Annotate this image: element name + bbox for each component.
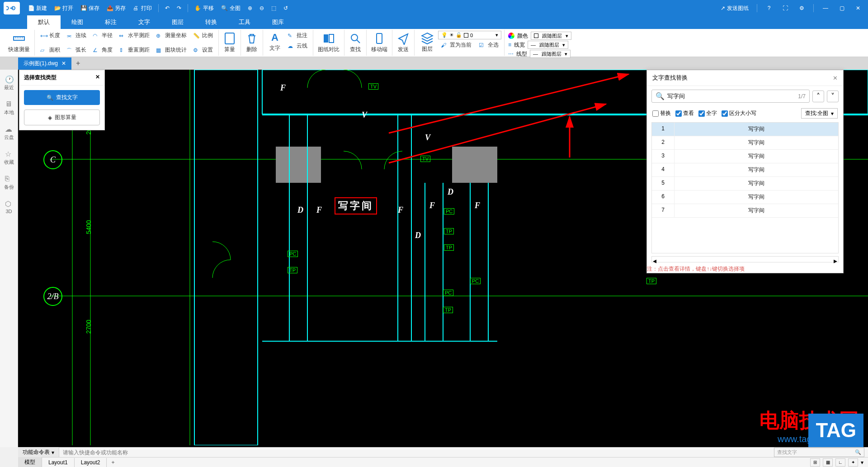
- arc-button[interactable]: ⌒弧长: [64, 45, 89, 55]
- fullscreen-button[interactable]: ⛶: [779, 2, 792, 14]
- replace-checkbox[interactable]: 替换: [652, 110, 671, 117]
- mobile-button[interactable]: 移动端: [367, 30, 392, 56]
- find-prev-button[interactable]: ˄: [812, 91, 824, 102]
- find-next-button[interactable]: ˅: [827, 91, 839, 102]
- menu-tab-text[interactable]: 文字: [127, 15, 161, 29]
- undo-button[interactable]: ↶: [162, 3, 172, 13]
- help-button[interactable]: ?: [763, 2, 775, 14]
- zoom-in-button[interactable]: ⊕: [245, 3, 255, 13]
- menu-tab-tools[interactable]: 工具: [228, 15, 261, 29]
- vdist-button[interactable]: ⇕垂直测距: [116, 45, 152, 55]
- redo-button[interactable]: ↷: [174, 3, 184, 13]
- find-button[interactable]: 查找: [344, 30, 367, 56]
- angle-button[interactable]: ∠角度: [90, 45, 115, 55]
- zoom-window-button[interactable]: ⬚: [269, 3, 279, 13]
- case-checkbox[interactable]: 区分大小写: [722, 110, 756, 117]
- calc-button[interactable]: 算量: [219, 30, 241, 56]
- graphic-calc-button[interactable]: ◈图形算量: [24, 110, 100, 125]
- saveas-button[interactable]: 📤另存: [104, 3, 128, 14]
- find-result-row[interactable]: 6写字间: [652, 191, 838, 204]
- panel-close-button[interactable]: ✕: [95, 74, 100, 81]
- continuous-button[interactable]: ⫘连续: [64, 31, 89, 40]
- sidebar-item-local[interactable]: 🖥本地: [3, 98, 15, 118]
- view-checkbox[interactable]: 查看: [675, 110, 694, 117]
- compare-button[interactable]: 图纸对比: [313, 30, 344, 56]
- set-current-button[interactable]: 🖌置为当前: [438, 40, 474, 50]
- cloud-button[interactable]: ☁云线: [285, 41, 310, 51]
- wholeword-checkbox[interactable]: 全字: [698, 110, 717, 117]
- menu-tab-layer[interactable]: 图层: [161, 15, 194, 29]
- minimize-button[interactable]: —: [819, 2, 832, 14]
- hdist-button[interactable]: ⇔水平测距: [116, 31, 152, 40]
- find-result-row[interactable]: 7写字间: [652, 204, 838, 218]
- settings-button-ribbon[interactable]: ⚙设置: [190, 45, 216, 55]
- menu-tab-library[interactable]: 图库: [261, 15, 295, 29]
- lightbulb-icon: 💡: [441, 32, 448, 38]
- zoom-prev-button[interactable]: ↺: [281, 3, 291, 13]
- length-button[interactable]: ⟷长度: [38, 31, 63, 40]
- grid-button[interactable]: ▦: [823, 458, 833, 467]
- document-tab[interactable]: 示例图(1).dwg ✕: [18, 57, 71, 70]
- find-scope-select[interactable]: 查找:全图▾: [801, 108, 838, 119]
- layer-button[interactable]: 图层: [417, 31, 437, 54]
- scale-button[interactable]: 📏比例: [190, 31, 216, 40]
- command-input[interactable]: [59, 448, 774, 457]
- coord-button[interactable]: ⊕测量坐标: [153, 31, 189, 40]
- send-drawing-button[interactable]: ↗发送图纸: [718, 3, 751, 14]
- open-button[interactable]: 📂打开: [52, 3, 76, 14]
- color-select[interactable]: 跟随图层▾: [531, 32, 571, 40]
- add-layout-button[interactable]: +: [107, 458, 119, 467]
- find-scrollbar[interactable]: ◂▸: [651, 256, 839, 262]
- find-result-row[interactable]: 3写字间: [652, 150, 838, 163]
- find-result-row[interactable]: 2写字间: [652, 136, 838, 150]
- layer-selector[interactable]: 💡☀🔓0▾: [438, 31, 501, 39]
- layout-tab-model[interactable]: 模型: [18, 457, 42, 467]
- area-button[interactable]: ▱面积: [38, 45, 63, 55]
- send-button[interactable]: 发送: [392, 30, 415, 56]
- sidebar-item-backup[interactable]: ⎘备份: [3, 173, 15, 192]
- sidebar-item-cloud[interactable]: ☁云盘: [3, 123, 15, 143]
- polar-button[interactable]: ✦: [848, 458, 858, 467]
- delete-button[interactable]: 删除: [241, 30, 263, 56]
- menu-tab-convert[interactable]: 转换: [194, 15, 228, 29]
- lw-select[interactable]: —跟随图层▾: [528, 41, 568, 49]
- snap-button[interactable]: ⊞: [810, 458, 820, 467]
- find-result-row[interactable]: 4写字间: [652, 163, 838, 177]
- blockstat-button[interactable]: ▦图块统计: [153, 45, 189, 55]
- sidebar-item-favorite[interactable]: ☆收藏: [3, 148, 15, 167]
- print-button[interactable]: 🖨打印: [130, 3, 155, 14]
- sidebar-item-recent[interactable]: 🕐最近: [3, 73, 15, 93]
- annotate-button[interactable]: ✎批注: [285, 31, 310, 40]
- new-button[interactable]: 📄新建: [25, 3, 50, 14]
- save-button[interactable]: 💾保存: [78, 3, 102, 14]
- menu-tab-draw[interactable]: 绘图: [61, 15, 94, 29]
- pan-button[interactable]: ✋平移: [192, 3, 217, 14]
- find-close-button[interactable]: ✕: [833, 75, 838, 81]
- tab-close-button[interactable]: ✕: [61, 60, 66, 67]
- fit-button[interactable]: 🔍全图: [218, 3, 243, 14]
- search-text-button[interactable]: 🔍查找文字: [24, 90, 100, 105]
- lt-select[interactable]: —跟随图层▾: [530, 50, 571, 58]
- quick-measure-button[interactable]: 快速测量: [4, 30, 35, 56]
- menu-tab-default[interactable]: 默认: [27, 15, 61, 29]
- zoom-out-button[interactable]: ⊖: [257, 3, 267, 13]
- close-button[interactable]: ✕: [852, 2, 864, 14]
- tag-tp: TP: [646, 278, 656, 284]
- layout-tab-2[interactable]: Layout2: [75, 458, 107, 467]
- layout-tab-1[interactable]: Layout1: [42, 458, 75, 467]
- find-input[interactable]: [667, 93, 795, 100]
- find-result-row[interactable]: 5写字间: [652, 177, 838, 191]
- maximize-button[interactable]: ▢: [835, 2, 848, 14]
- color-swatch-icon: [508, 33, 514, 39]
- text-button[interactable]: A文字: [266, 31, 284, 53]
- sidebar-item-3d[interactable]: ⬡3D: [4, 198, 14, 216]
- radius-button[interactable]: ◠半径: [90, 31, 115, 40]
- menu-tab-annotate[interactable]: 标注: [94, 15, 127, 29]
- settings-button[interactable]: ⚙: [795, 2, 808, 14]
- add-tab-button[interactable]: +: [71, 57, 85, 69]
- ortho-button[interactable]: ∟: [835, 458, 845, 467]
- command-table-button[interactable]: 功能命令表▾: [18, 447, 59, 457]
- find-text-mini[interactable]: 查找文字🔍: [774, 448, 864, 457]
- find-result-row[interactable]: 1写字间: [652, 123, 838, 136]
- select-all-button[interactable]: ☑全选: [476, 40, 501, 50]
